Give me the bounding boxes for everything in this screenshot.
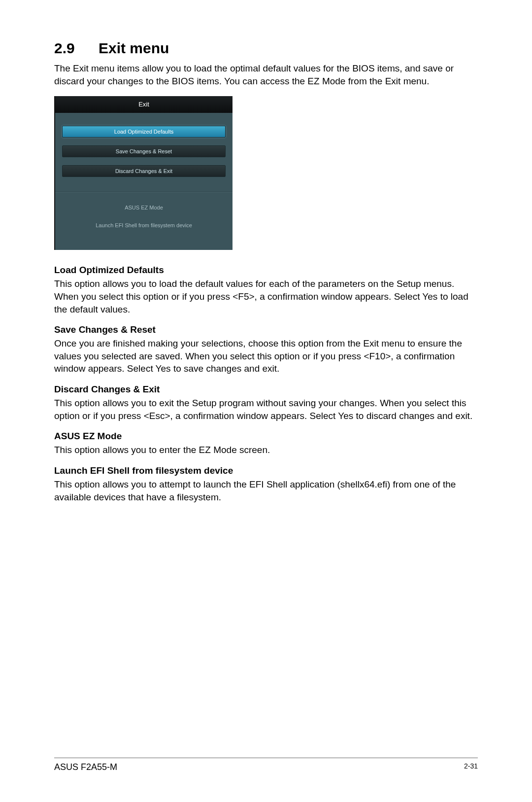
sub-asus-ez-mode: ASUS EZ Mode <box>54 431 478 442</box>
para-launch-efi-shell: This option allows you to attempt to lau… <box>54 478 478 503</box>
bios-link-launch-efi-shell[interactable]: Launch EFI Shell from filesystem device <box>62 222 226 228</box>
bios-item-load-optimized-defaults[interactable]: Load Optimized Defaults <box>62 126 226 138</box>
section-number: 2.9 <box>54 39 99 57</box>
para-load-optimized-defaults: This option allows you to load the defau… <box>54 278 478 315</box>
bios-tab-exit[interactable]: Exit <box>55 96 233 113</box>
bios-item-discard-changes-exit[interactable]: Discard Changes & Exit <box>62 165 226 177</box>
para-discard-changes-exit: This option allows you to exit the Setup… <box>54 397 478 422</box>
bios-item-save-changes-reset[interactable]: Save Changes & Reset <box>62 145 226 157</box>
footer-page-number: 2-31 <box>464 762 478 772</box>
sub-discard-changes-exit: Discard Changes & Exit <box>54 384 478 395</box>
intro-text: The Exit menu items allow you to load th… <box>54 62 478 87</box>
footer-model: ASUS F2A55-M <box>54 762 117 772</box>
sub-save-changes-reset: Save Changes & Reset <box>54 324 478 335</box>
section-heading: 2.9Exit menu <box>54 39 478 57</box>
section-title: Exit menu <box>99 40 169 56</box>
sub-launch-efi-shell: Launch EFI Shell from filesystem device <box>54 465 478 476</box>
bios-exit-menu: Exit Load Optimized Defaults Save Change… <box>54 96 233 250</box>
bios-divider <box>55 192 233 193</box>
sub-load-optimized-defaults: Load Optimized Defaults <box>54 265 478 276</box>
para-save-changes-reset: Once you are finished making your select… <box>54 337 478 375</box>
page-footer: ASUS F2A55-M 2-31 <box>54 758 478 772</box>
bios-link-asus-ez-mode[interactable]: ASUS EZ Mode <box>62 205 226 210</box>
para-asus-ez-mode: This option allows you to enter the EZ M… <box>54 444 478 456</box>
